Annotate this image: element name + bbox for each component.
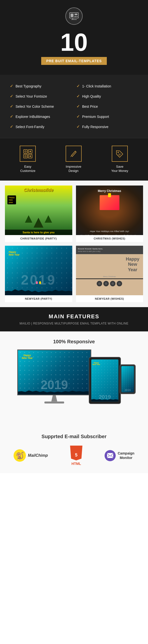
easy-customize-label: EasyCustomize: [20, 165, 35, 173]
responsive-title: 100% Responsive: [5, 339, 143, 344]
templates-section: Christmasfide happynewyear ✦✦✦✦ Santa is…: [0, 180, 148, 307]
subscriber-section: Supprted E-mail Subscriber 🐒 MailChimp 5…: [0, 426, 148, 473]
campaign-monitor-logo-item: CampaignMonitor: [105, 450, 135, 461]
main-features-subtitle: MAILIO | RESPONSIVE MULTIPURPOSE EMAIL T…: [5, 322, 143, 325]
mailchimp-logo: 🐒 MailChimp: [13, 449, 48, 462]
feature-label: Explorer InBulitimages: [15, 115, 50, 119]
feature-label: 1- Click Installation: [82, 84, 111, 88]
tablet-screen: HappyNew Year 2019: [91, 360, 118, 402]
feature-item: ✓ 1- Click Installation: [76, 82, 138, 90]
icons-row-section: EasyCustomize ImpressiveDesign SaveYour …: [0, 138, 148, 180]
main-features-title: MAIN FEATURES: [5, 313, 143, 320]
save-money-label: SaveYour Money: [111, 165, 128, 173]
feature-label: Premium Support: [82, 115, 109, 119]
campaign-monitor-text: CampaignMonitor: [118, 451, 135, 460]
hero-subtitle: PRE BUIT EMAIL-TEMPLATES: [41, 57, 107, 65]
html5-logo: 5 HTML: [70, 446, 82, 466]
feature-label: Select Yor Color Scheme: [15, 104, 54, 108]
svg-rect-8: [24, 154, 27, 158]
svg-line-15: [72, 152, 76, 156]
monitor-device: HappyNew Year 2019: [12, 350, 96, 406]
svg-point-16: [118, 152, 119, 153]
feature-item: ✓ Select Yor Color Scheme: [10, 102, 72, 110]
template-img-newyear-wishes: Knock! Knock! Santa here. Imma here to w…: [76, 246, 143, 295]
template-newyear-party: HappyNew Year 2019 NEWYEAR (PARTY): [5, 246, 72, 302]
svg-point-12: [25, 155, 26, 157]
checkmark-icon: ✓: [76, 84, 80, 88]
tag-icon: [112, 146, 128, 162]
hero-number: 10: [5, 30, 143, 54]
checkmark-icon: ✓: [10, 94, 13, 98]
mailchimp-text: MailChimp: [28, 453, 48, 458]
feature-item: ✓ Premium Support: [76, 113, 138, 120]
feature-item: ✓ Fully Responsive: [76, 123, 138, 130]
svg-point-14: [29, 155, 31, 157]
features-grid: ✓ Best Typography ✓ 1- Click Installatio…: [10, 82, 138, 130]
campaign-monitor-logo: CampaignMonitor: [105, 450, 135, 461]
template-label-christmas-wishes: CHRISTMAS (WISHES): [76, 235, 143, 242]
html5-badge: 5: [70, 446, 82, 460]
templates-grid: Christmasfide happynewyear ✦✦✦✦ Santa is…: [5, 186, 143, 302]
svg-rect-1: [71, 14, 74, 17]
svg-rect-2: [74, 14, 77, 15]
checkmark-icon: ✓: [76, 114, 80, 119]
save-money-item: SaveYour Money: [111, 146, 128, 173]
settings-icon: [20, 146, 36, 162]
device-mockup: HappyNew Year 2019 HappyNew Year 2019 20…: [12, 350, 136, 419]
checkmark-icon: ✓: [76, 104, 80, 109]
template-newyear-wishes: Knock! Knock! Santa here. Imma here to w…: [76, 246, 143, 302]
phone-device: 2019: [120, 364, 136, 394]
main-features-section: MAIN FEATURES MAILIO | RESPONSIVE MULTIP…: [0, 307, 148, 332]
html5-logo-item: 5 HTML: [70, 446, 82, 466]
feature-label: Select Font-Family: [15, 125, 44, 129]
checkmark-icon: ✓: [76, 94, 80, 98]
feature-label: Select Your Fontsize: [15, 94, 47, 98]
easy-customize-item: EasyCustomize: [20, 146, 36, 173]
checkmark-icon: ✓: [10, 104, 13, 109]
tablet-device: HappyNew Year 2019: [89, 357, 121, 404]
checkmark-icon: ✓: [76, 124, 80, 129]
impressive-design-item: ImpressiveDesign: [66, 146, 82, 173]
feature-item: ✓ Explorer InBulitimages: [10, 113, 72, 120]
feature-item: ✓ Best Typography: [10, 82, 72, 90]
svg-rect-7: [24, 150, 27, 153]
subscriber-logos: 🐒 MailChimp 5 HTML: [5, 446, 143, 466]
responsive-section: 100% Responsive HappyNew Year 2019 Happy…: [0, 332, 148, 426]
checkmark-icon: ✓: [10, 114, 13, 119]
svg-point-11: [25, 150, 26, 152]
feature-label: Best Price: [82, 104, 98, 108]
template-christmas-party: Christmasfide happynewyear ✦✦✦✦ Santa is…: [5, 186, 72, 242]
features-section: ✓ Best Typography ✓ 1- Click Installatio…: [0, 75, 148, 138]
monitor-screen: HappyNew Year 2019: [17, 350, 91, 395]
html5-label: HTML: [72, 462, 81, 466]
feature-label: Best Typography: [15, 84, 41, 88]
template-christmas-wishes: Merry Christmas Hope Your Holidays Are F…: [76, 186, 143, 242]
hero-section: 10 PRE BUIT EMAIL-TEMPLATES: [0, 0, 148, 75]
feature-item: ✓ High Quality: [76, 92, 138, 100]
mailchimp-icon: 🐒: [13, 449, 26, 462]
template-img-newyear-party: HappyNew Year 2019: [5, 246, 72, 295]
pencil-icon: [66, 146, 82, 162]
svg-rect-4: [76, 16, 77, 17]
feature-label: Fully Responsive: [82, 125, 109, 129]
feature-item: ✓ Best Price: [76, 102, 138, 110]
template-label-newyear-wishes: NEWYEAR (WISHES): [76, 295, 143, 302]
campaign-icon: [105, 450, 116, 461]
mailchimp-logo-item: 🐒 MailChimp: [13, 449, 48, 462]
feature-item: ✓ Select Font-Family: [10, 123, 72, 130]
feature-label: High Quality: [82, 94, 101, 98]
svg-rect-3: [74, 16, 76, 17]
template-img-christmas-party: Christmasfide happynewyear ✦✦✦✦ Santa is…: [5, 186, 72, 235]
hero-icon: [65, 8, 83, 25]
phone-screen: 2019: [121, 366, 134, 392]
checkmark-icon: ✓: [10, 84, 13, 88]
template-label-newyear-party: NEWYEAR (PARTY): [5, 295, 72, 302]
checkmark-icon: ✓: [10, 124, 13, 129]
template-label-christmas-party: CHRISTMASFIDE (PARTY): [5, 235, 72, 242]
subscriber-title: Supprted E-mail Subscriber: [5, 434, 143, 440]
svg-point-13: [29, 150, 31, 152]
feature-item: ✓ Select Your Fontsize: [10, 92, 72, 100]
template-img-christmas-wishes: Merry Christmas Hope Your Holidays Are F…: [76, 186, 143, 235]
impressive-design-label: ImpressiveDesign: [66, 165, 81, 173]
